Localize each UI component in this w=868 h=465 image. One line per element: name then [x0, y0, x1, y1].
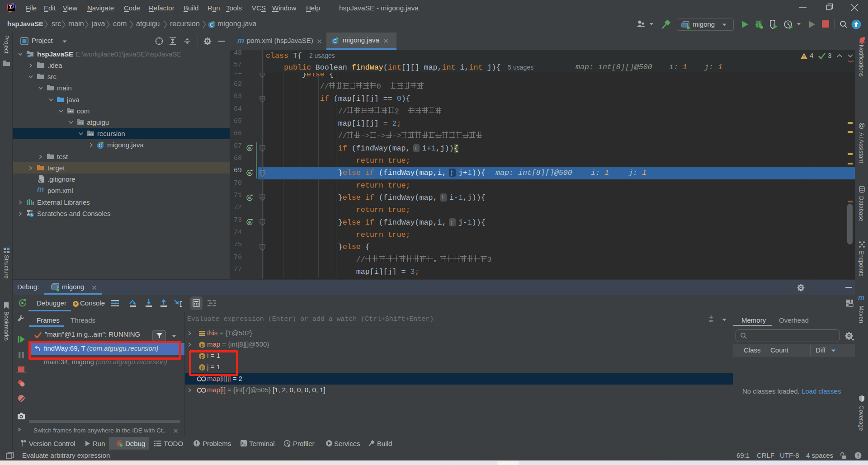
- svg-text:p: p: [201, 342, 203, 348]
